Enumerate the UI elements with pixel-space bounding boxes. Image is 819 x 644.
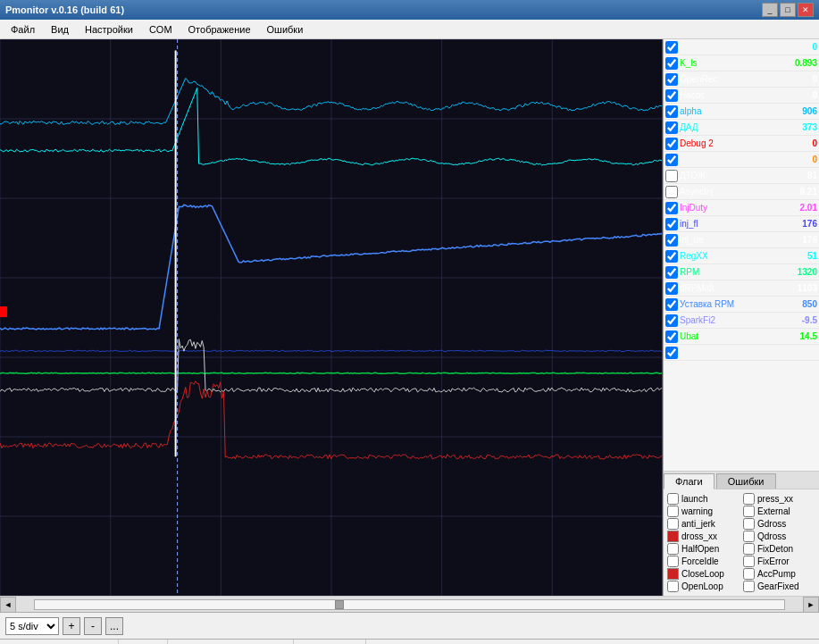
param-checkbox[interactable] — [665, 170, 678, 182]
tab-errors[interactable]: Ошибки — [716, 473, 776, 489]
menu-display[interactable]: Отображение — [181, 22, 258, 37]
maximize-button[interactable]: □ — [780, 3, 796, 17]
param-name-label: AsyncInj — [680, 187, 778, 197]
window-controls: _ □ ✕ — [762, 3, 814, 17]
param-name-label: K_ls — [680, 58, 778, 68]
tabs-header: Флаги Ошибки — [664, 472, 819, 489]
flag-item: anti_jerk — [667, 518, 740, 530]
flag-item: GearFixed — [743, 581, 815, 592]
param-row: InjDuty2.01 — [664, 200, 819, 216]
param-row: SparkFi2-9.5 — [664, 313, 819, 329]
menu-view[interactable]: Вид — [44, 22, 76, 37]
flag-checkbox[interactable] — [743, 543, 755, 555]
scroll-right-button[interactable]: ► — [803, 597, 819, 613]
time-mark-section: Time Mark: 19:20:16:78 — [0, 640, 119, 644]
minimize-button[interactable]: _ — [762, 3, 778, 17]
param-checkbox[interactable] — [665, 218, 678, 230]
param-value-label: 0.893 — [781, 58, 817, 68]
param-checkbox[interactable] — [665, 347, 678, 359]
flag-label: dross_xx — [681, 531, 717, 541]
flag-item: FixError — [743, 556, 815, 567]
param-checkbox[interactable] — [665, 57, 678, 70]
param-value-label: 176 — [781, 235, 817, 245]
title-bar: Pmonitor v.0.16 (build 61) _ □ ✕ — [0, 0, 819, 20]
param-name-label: ДАД — [680, 122, 778, 132]
flag-label: Qdross — [757, 531, 786, 541]
flag-label: Gdross — [757, 519, 786, 529]
flag-checkbox[interactable] — [667, 493, 679, 505]
zoom-in-button[interactable]: + — [63, 617, 80, 635]
scrollbar-thumb[interactable] — [335, 600, 344, 609]
flag-label: anti_jerk — [681, 519, 715, 529]
param-value-label: 2.01 — [781, 203, 817, 213]
param-name-label: InjDuty — [680, 203, 778, 213]
flag-filled-indicator — [667, 531, 679, 542]
options-button[interactable]: ... — [105, 617, 123, 635]
param-value-label: 14.5 — [781, 331, 817, 341]
param-name-label: Ubat — [680, 331, 778, 341]
flag-checkbox[interactable] — [743, 531, 755, 542]
flag-item: AccPump — [743, 568, 815, 580]
status-bar: Time Mark: 19:20:16:78 Record: State: En… — [0, 639, 819, 644]
param-checkbox[interactable] — [665, 234, 678, 247]
param-checkbox[interactable] — [665, 89, 678, 102]
close-button[interactable]: ✕ — [798, 3, 814, 17]
flag-checkbox[interactable] — [743, 493, 755, 505]
tabs-area: Флаги Ошибки launchpress_xxwarningExtern… — [664, 471, 819, 596]
param-checkbox[interactable] — [665, 154, 678, 166]
flag-checkbox[interactable] — [743, 568, 755, 580]
flag-item: HalfOpen — [667, 543, 740, 555]
param-checkbox[interactable] — [665, 330, 678, 343]
param-name-label: dRPM/dt — [680, 283, 778, 293]
param-checkbox[interactable] — [665, 282, 678, 295]
param-name-label: inj_fl — [680, 219, 778, 229]
param-row: 0 — [664, 39, 819, 55]
menu-errors[interactable]: Ошибки — [260, 22, 311, 37]
param-checkbox[interactable] — [665, 250, 678, 263]
flag-checkbox[interactable] — [667, 581, 679, 592]
flag-label: CloseLoop — [681, 569, 724, 579]
param-value-label: 81 — [781, 171, 817, 180]
param-row: RegXX51 — [664, 248, 819, 264]
param-checkbox[interactable] — [665, 73, 678, 86]
param-checkbox[interactable] — [665, 266, 678, 279]
param-value-label: 1103 — [781, 283, 817, 293]
flag-checkbox[interactable] — [667, 543, 679, 555]
zoom-out-button[interactable]: - — [84, 617, 102, 635]
time-div-select[interactable]: 5 s/div 2 s/div 10 s/div — [5, 617, 59, 635]
param-checkbox[interactable] — [665, 121, 678, 134]
param-name-label: Debug 2 — [680, 138, 778, 148]
flag-checkbox[interactable] — [743, 506, 755, 517]
flag-checkbox[interactable] — [667, 506, 679, 517]
param-name-label: RegXX — [680, 251, 778, 261]
flag-label: External — [757, 506, 790, 516]
menu-settings[interactable]: Настройки — [78, 22, 140, 37]
param-checkbox[interactable] — [665, 186, 678, 198]
flag-checkbox[interactable] — [667, 518, 679, 530]
param-row: 0 — [664, 152, 819, 168]
param-name-label: alpha — [680, 106, 778, 116]
tab-flags[interactable]: Флаги — [664, 473, 715, 489]
param-value-label: 0 — [781, 155, 817, 164]
param-checkbox[interactable] — [665, 138, 678, 150]
param-checkbox[interactable] — [665, 298, 678, 311]
scroll-left-button[interactable]: ◄ — [0, 597, 16, 613]
flag-checkbox[interactable] — [743, 556, 755, 567]
flag-checkbox[interactable] — [667, 556, 679, 567]
param-value-label: 0 — [781, 138, 817, 148]
param-row: Ubat14.5 — [664, 329, 819, 345]
param-checkbox[interactable] — [665, 105, 678, 118]
flag-item: press_xx — [743, 493, 815, 505]
param-checkbox[interactable] — [665, 41, 678, 54]
menu-file[interactable]: Файл — [4, 22, 42, 37]
flag-checkbox[interactable] — [743, 581, 755, 592]
flag-item: ForceIdle — [667, 556, 740, 567]
param-row: inj_fl176 — [664, 216, 819, 232]
flag-checkbox[interactable] — [743, 518, 755, 530]
main-content: 0K_ls0.893OpenRec0Насос0alpha906ДАД373De… — [0, 39, 819, 596]
menu-com[interactable]: COM — [142, 22, 180, 37]
param-value-label: 1320 — [781, 267, 817, 277]
param-checkbox[interactable] — [665, 202, 678, 214]
param-checkbox[interactable] — [665, 314, 678, 327]
flag-label: warning — [681, 506, 713, 516]
